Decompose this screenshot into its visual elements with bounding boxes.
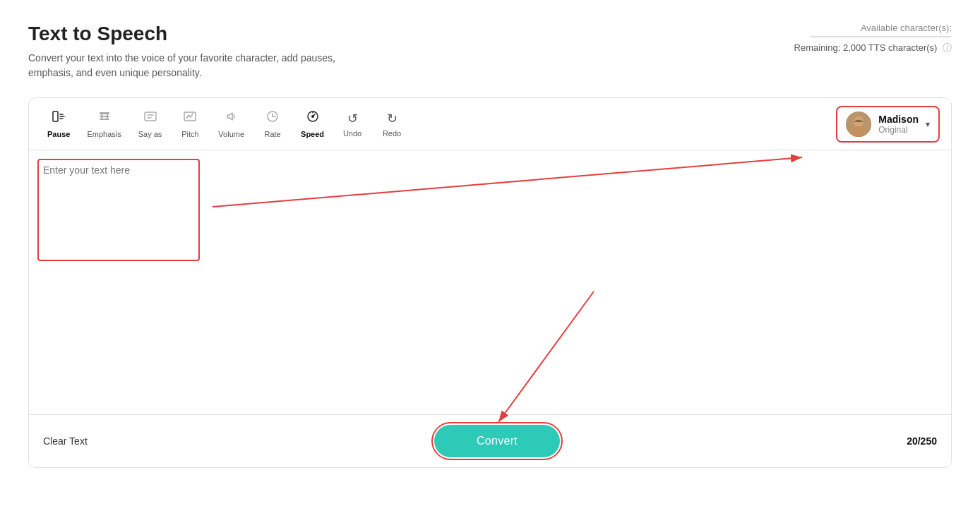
- available-characters-label: Available character(s):: [794, 23, 952, 33]
- pause-label: Pause: [47, 130, 70, 138]
- voice-avatar: [846, 112, 871, 137]
- voice-info: Madison Original: [878, 114, 919, 135]
- emphasis-icon: [97, 109, 112, 127]
- svg-rect-6: [145, 112, 156, 121]
- info-icon: ⓘ: [943, 42, 952, 53]
- editor-footer: Clear Text Convert 20/250: [29, 414, 951, 467]
- remaining-characters-label: Remaining: 2,000 TTS character(s) ⓘ: [794, 42, 952, 54]
- character-count: 20/250: [907, 435, 937, 447]
- page-title: Text to Speech: [28, 23, 367, 45]
- divider: [811, 36, 952, 37]
- text-input[interactable]: [29, 150, 951, 411]
- page-subtitle: Convert your text into the voice of your…: [28, 51, 367, 80]
- emphasis-label: Emphasis: [87, 130, 121, 138]
- convert-button-wrapper: Convert: [434, 425, 560, 457]
- toolbar-pause[interactable]: Pause: [40, 105, 77, 143]
- rate-label: Rate: [264, 130, 280, 138]
- toolbar-rate[interactable]: Rate: [254, 105, 291, 143]
- toolbar-undo[interactable]: ↺ Undo: [334, 107, 371, 142]
- toolbar-emphasis[interactable]: Emphasis: [80, 105, 128, 143]
- pause-icon: [52, 109, 66, 127]
- voice-selector[interactable]: Madison Original ▾: [836, 106, 940, 143]
- volume-icon: [225, 109, 239, 127]
- pitch-icon: [183, 109, 197, 127]
- svg-rect-5: [107, 114, 108, 119]
- editor-wrapper: Pause Emphasis: [28, 97, 952, 468]
- svg-rect-4: [101, 114, 102, 119]
- say-as-icon: [143, 109, 157, 127]
- editor-card: Pause Emphasis: [28, 97, 952, 468]
- pitch-label: Pitch: [181, 130, 198, 138]
- say-as-label: Say as: [138, 130, 162, 138]
- toolbar-pitch[interactable]: Pitch: [172, 105, 208, 143]
- toolbar-redo[interactable]: ↻ Redo: [374, 107, 410, 142]
- svg-rect-1: [100, 112, 109, 114]
- toolbar: Pause Emphasis: [29, 98, 951, 150]
- convert-button[interactable]: Convert: [434, 425, 560, 457]
- volume-label: Volume: [218, 130, 244, 138]
- undo-label: Undo: [343, 129, 361, 138]
- speed-icon: [306, 109, 320, 127]
- redo-icon: ↻: [387, 111, 398, 126]
- chevron-down-icon: ▾: [926, 119, 930, 129]
- editor-body: [29, 150, 951, 414]
- toolbar-speed[interactable]: Speed: [294, 105, 331, 143]
- rate-icon: [265, 109, 280, 127]
- toolbar-say-as[interactable]: Say as: [131, 105, 169, 143]
- voice-name: Madison: [878, 114, 919, 125]
- voice-type: Original: [878, 125, 919, 135]
- undo-icon: ↺: [347, 111, 358, 126]
- clear-text-button[interactable]: Clear Text: [43, 435, 88, 447]
- redo-label: Redo: [383, 129, 401, 138]
- speed-label: Speed: [301, 130, 324, 138]
- toolbar-volume[interactable]: Volume: [211, 105, 251, 143]
- svg-rect-0: [53, 112, 58, 121]
